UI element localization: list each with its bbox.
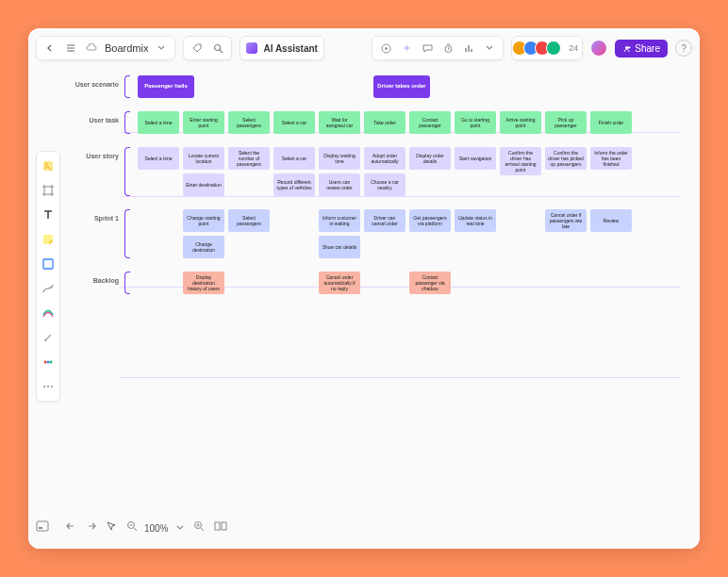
search-icon[interactable]	[210, 41, 225, 56]
stories-card[interactable]: Select a car	[273, 147, 315, 170]
zoom-level[interactable]: 100%	[144, 523, 169, 534]
task-card[interactable]: Select passengers	[228, 111, 270, 134]
backlog-card[interactable]: Contact passenger via chatbox	[409, 272, 451, 294]
stories-card[interactable]: Inform the order has been finished	[590, 147, 632, 170]
sprint-card[interactable]: Show car details	[319, 236, 360, 258]
row-backlog: Backlog Display destination history of u…	[74, 272, 700, 294]
column: Select passengers	[228, 209, 270, 258]
task-card[interactable]: Take order	[364, 111, 405, 134]
zoom-in-icon[interactable]	[191, 519, 207, 534]
canvas[interactable]: User scenario Passenger hails Driver tak…	[28, 28, 700, 549]
chart-icon[interactable]	[461, 41, 476, 56]
backlog-card[interactable]: Display destination history of users	[183, 272, 224, 294]
redo-icon[interactable]	[83, 519, 98, 534]
back-icon[interactable]	[42, 41, 58, 56]
shape-icon[interactable]	[40, 256, 57, 272]
task-card[interactable]: Arrive starting point	[500, 111, 541, 134]
ai-icon	[246, 42, 257, 54]
svg-rect-6	[43, 259, 53, 269]
column: Driver can cancel order	[364, 209, 405, 258]
stories-card[interactable]: Confirm the driver has arrived starting …	[500, 147, 541, 175]
svg-point-7	[44, 361, 47, 364]
menu-icon[interactable]	[63, 41, 78, 56]
empty-cell	[590, 272, 632, 294]
stories-card[interactable]: Confirm the driver has picked up passeng…	[545, 147, 587, 170]
stories-card[interactable]: Select a time	[138, 147, 179, 170]
sprint-card[interactable]: Select passengers	[228, 209, 270, 232]
comment-icon[interactable]	[420, 41, 435, 56]
scenario-card[interactable]: Passenger hails	[138, 75, 194, 98]
empty-cell	[500, 272, 541, 294]
svg-point-12	[51, 386, 53, 387]
sprint-card[interactable]: Change destination	[183, 236, 224, 258]
stories-card[interactable]: Enter destination	[183, 173, 224, 196]
task-card[interactable]: Go to starting point	[455, 111, 496, 134]
text-icon[interactable]	[40, 206, 57, 223]
timer-icon[interactable]	[440, 41, 455, 56]
sprint-card[interactable]: Review	[590, 209, 632, 232]
chevron-down-icon[interactable]	[482, 41, 497, 56]
task-card[interactable]: Contact passenger	[409, 111, 451, 134]
asset-icon[interactable]	[40, 157, 57, 174]
column: Cancel order if passengers are late	[545, 209, 587, 258]
current-user-avatar[interactable]	[590, 40, 607, 57]
stories-card[interactable]: Choose a car nearby	[364, 173, 405, 196]
pages-button[interactable]	[36, 519, 49, 541]
task-card[interactable]: Wait for assigned car	[319, 111, 360, 134]
sprint-card[interactable]: Cancel order if passengers are late	[545, 209, 587, 232]
connector-icon[interactable]	[40, 280, 57, 297]
stories-card[interactable]: Start navigation	[455, 147, 496, 170]
column: Update status in real time	[455, 209, 496, 258]
stories-card[interactable]: Users can review order	[319, 173, 360, 196]
more-icon[interactable]	[40, 378, 57, 395]
stories-card[interactable]: Display order details	[409, 147, 451, 170]
sprint-card[interactable]: Driver can cancel order	[364, 209, 405, 232]
undo-icon[interactable]	[64, 519, 79, 534]
task-card[interactable]: Pick up passenger	[545, 111, 587, 134]
chevron-down-icon[interactable]	[154, 41, 169, 56]
task-card[interactable]: Finish order	[590, 111, 632, 134]
pen-icon[interactable]	[40, 305, 57, 321]
svg-rect-17	[215, 522, 220, 530]
stories-card[interactable]: Select the number of passengers	[228, 147, 270, 170]
minimap-button[interactable]	[214, 519, 227, 541]
stories-card[interactable]: Adopt order automatically	[364, 147, 405, 170]
sprint-card[interactable]: Inform customer in waiting	[319, 209, 360, 232]
document-name[interactable]: Boardmix	[105, 42, 148, 54]
ai-assistant-button[interactable]: AI Assistant	[240, 36, 323, 60]
task-card[interactable]: Enter starting point	[183, 111, 224, 134]
avatar-stack[interactable]	[516, 41, 561, 56]
share-button[interactable]: Share	[615, 40, 668, 58]
scenario-card[interactable]: Driver takes order	[373, 75, 430, 98]
ai-spark-icon[interactable]	[399, 41, 414, 56]
play-icon[interactable]	[378, 41, 393, 56]
stories-card[interactable]: Record different types of vehicles	[273, 173, 315, 196]
help-icon[interactable]: ?	[675, 40, 692, 57]
stories-card[interactable]: Locate current location	[183, 147, 224, 170]
stories-card[interactable]: Display waiting time	[319, 147, 360, 170]
column: Display order details	[409, 147, 451, 196]
task-card[interactable]: Select a time	[138, 111, 179, 134]
sticky-note-icon[interactable]	[40, 231, 57, 248]
share-label: Share	[635, 43, 660, 54]
sprint-card[interactable]: Get passengers via platform	[409, 209, 451, 232]
zoom-out-icon[interactable]	[124, 519, 140, 534]
empty-cell	[273, 209, 315, 232]
tag-icon[interactable]	[190, 41, 205, 56]
column: Inform the order has been finished	[590, 147, 632, 196]
chevron-down-icon[interactable]	[173, 520, 188, 536]
nav-cluster: Boardmix	[36, 36, 175, 60]
cloud-icon[interactable]	[84, 41, 99, 56]
column: Confirm the driver has picked up passeng…	[545, 147, 587, 196]
backlog-lane: Display destination history of usersCanc…	[138, 272, 632, 294]
eraser-icon[interactable]	[40, 329, 57, 346]
frame-icon[interactable]	[40, 182, 57, 199]
sprint-card[interactable]: Change starting point	[183, 209, 224, 232]
top-toolbar: Boardmix AI Assistant	[36, 36, 692, 60]
widgets-icon[interactable]	[40, 354, 57, 371]
cursor-mode-button[interactable]	[106, 519, 117, 541]
backlog-card[interactable]: Cancel order automatically if no reply	[319, 272, 360, 294]
task-card[interactable]: Select a car	[273, 111, 315, 134]
sprint-card[interactable]: Update status in real time	[455, 209, 496, 232]
column: Cancel order automatically if no reply	[319, 272, 360, 294]
